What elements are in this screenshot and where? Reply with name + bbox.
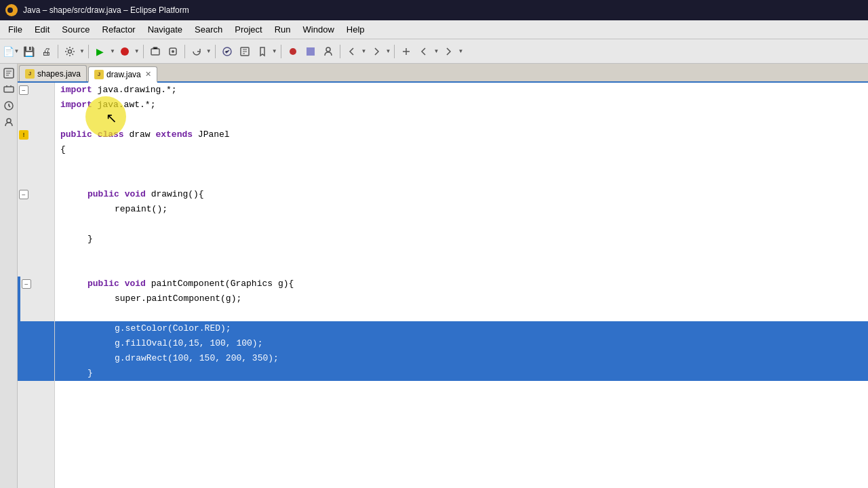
sidebar-icon-2[interactable]	[2, 83, 16, 96]
menu-help[interactable]: Help	[341, 22, 370, 37]
run-button[interactable]: ▶	[92, 43, 108, 60]
gutter-line-19	[18, 351, 54, 366]
gutter-line-11	[18, 232, 54, 247]
toolbar-separator-7	[340, 45, 340, 58]
code-line-15: super.paintComponent(g);	[55, 291, 868, 306]
annotate-button[interactable]	[302, 43, 319, 60]
eclipse-logo	[5, 4, 18, 16]
fold-minus-1[interactable]: −	[19, 85, 28, 95]
gutter-line-8: −	[18, 187, 54, 202]
toolbar: 📄▼ 💾 🖨 ▼ ▶ ▼ ▼ ▼ ▼	[0, 39, 868, 64]
profile-button[interactable]	[237, 43, 253, 60]
gutter-line-7	[18, 172, 54, 187]
svg-rect-10	[307, 47, 315, 56]
next-arrow[interactable]: ▼	[386, 48, 391, 54]
menu-project[interactable]: Project	[229, 22, 267, 37]
code-editor[interactable]: ↖ − !	[18, 83, 868, 488]
stop-button[interactable]	[117, 43, 133, 60]
back-arrow[interactable]: ▼	[433, 48, 439, 54]
refresh-arrow[interactable]: ▼	[206, 48, 212, 54]
coverage-button[interactable]	[219, 43, 235, 60]
tab-draw-label: draw.java	[106, 70, 141, 79]
gutter-line-20	[18, 366, 54, 381]
menu-search[interactable]: Search	[189, 22, 228, 37]
code-line-19: g.drawRect(100, 150, 200, 350);	[55, 351, 868, 366]
gutter-line-5	[18, 142, 54, 157]
collapse-button[interactable]	[398, 43, 414, 60]
code-line-6	[55, 157, 868, 172]
code-content[interactable]: import java.drawing.*; import java.awt.*…	[55, 83, 868, 488]
gutter-line-1: −	[18, 83, 54, 98]
new-button[interactable]: 📄▼	[3, 43, 19, 60]
menu-run[interactable]: Run	[269, 22, 296, 37]
debug-button[interactable]	[165, 43, 181, 60]
tab-draw-java[interactable]: J draw.java ✕	[88, 66, 157, 83]
next-button[interactable]	[368, 43, 384, 60]
line-gutter: − ! −	[18, 83, 55, 488]
back-button[interactable]	[416, 43, 432, 60]
svg-rect-4	[151, 49, 159, 55]
code-line-12	[55, 247, 868, 262]
forward-button[interactable]	[440, 43, 456, 60]
person-button[interactable]	[320, 43, 336, 60]
menu-edit[interactable]: Edit	[29, 22, 55, 37]
left-bar-indicator-16	[18, 306, 20, 321]
external-tools-button[interactable]	[147, 43, 163, 60]
code-line-1: import java.drawing.*;	[55, 83, 868, 98]
menu-source[interactable]: Source	[56, 22, 95, 37]
code-line-20: }	[55, 366, 868, 381]
gutter-line-16	[18, 306, 54, 321]
code-line-5: {	[55, 142, 868, 157]
menu-navigate[interactable]: Navigate	[142, 22, 188, 37]
warning-icon-4[interactable]: !	[19, 130, 28, 140]
draw-java-icon: J	[94, 70, 104, 79]
left-bar-indicator	[18, 277, 20, 291]
bookmark-arrow[interactable]: ▼	[272, 48, 277, 54]
code-line-2: import java.awt.*;	[55, 98, 868, 113]
sidebar-icon-4[interactable]	[2, 115, 16, 129]
title-bar: Java – shape/src/draw.java – Eclipse Pla…	[0, 0, 868, 20]
run-arrow[interactable]: ▼	[110, 48, 115, 54]
toolbar-separator-3	[143, 45, 144, 58]
tab-draw-close[interactable]: ✕	[145, 70, 151, 79]
editor-area: J shapes.java J draw.java ✕ ↖	[18, 64, 868, 488]
menu-file[interactable]: File	[3, 22, 28, 37]
toolbar-separator-1	[58, 45, 58, 58]
fold-minus-8[interactable]: −	[19, 190, 28, 199]
bookmark-button[interactable]	[254, 43, 271, 60]
code-line-3	[55, 113, 868, 127]
tab-shapes-java[interactable]: J shapes.java	[19, 65, 87, 81]
prev-arrow[interactable]: ▼	[361, 48, 367, 54]
print-button[interactable]: 🖨	[38, 43, 54, 60]
prev-button[interactable]	[344, 43, 360, 60]
code-line-4: public class draw extends JPanel	[55, 127, 868, 142]
settings-button[interactable]	[62, 43, 78, 60]
gutter-line-6	[18, 157, 54, 172]
sidebar-icon-1[interactable]	[2, 66, 16, 80]
refresh-button[interactable]	[189, 43, 205, 60]
gutter-line-17	[18, 321, 54, 336]
save-button[interactable]: 💾	[20, 43, 37, 60]
svg-point-11	[326, 47, 330, 52]
gutter-line-10	[18, 217, 54, 232]
svg-rect-13	[4, 87, 14, 92]
shapes-java-icon: J	[25, 69, 35, 79]
menu-window[interactable]: Window	[298, 22, 340, 37]
svg-point-15	[7, 119, 11, 123]
gutter-line-18	[18, 336, 54, 351]
toolbar-separator-6	[281, 45, 281, 58]
stop-arrow[interactable]: ▼	[134, 48, 140, 54]
sidebar-icon-3[interactable]	[2, 99, 16, 113]
toolbar-separator-2	[88, 45, 89, 58]
code-line-17: g.setColor(Color.RED);	[55, 321, 868, 336]
tab-bar: J shapes.java J draw.java ✕	[18, 64, 868, 83]
svg-point-3	[121, 47, 129, 56]
forward-arrow[interactable]: ▼	[458, 48, 463, 54]
gutter-line-3	[18, 113, 54, 127]
settings-arrow[interactable]: ▼	[79, 48, 85, 54]
breakpoints-button[interactable]	[285, 43, 301, 60]
code-line-9: repaint();	[55, 202, 868, 217]
menu-refactor[interactable]: Refactor	[97, 22, 141, 37]
svg-point-1	[7, 7, 13, 13]
fold-minus-14[interactable]: −	[22, 279, 31, 289]
